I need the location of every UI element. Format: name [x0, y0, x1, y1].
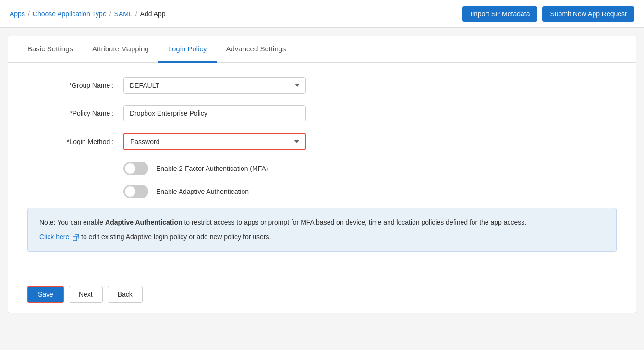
form-area: *Group Name : DEFAULT Group A Group B *P…: [8, 63, 636, 276]
login-method-label: *Login Method :: [27, 138, 123, 145]
policy-name-input[interactable]: [123, 105, 306, 121]
adaptive-toggle-row: Enable Adaptive Authentication: [27, 185, 617, 198]
breadcrumb-current: Add App: [140, 10, 166, 18]
adaptive-label: Enable Adaptive Authentication: [156, 188, 249, 195]
mfa-toggle[interactable]: [123, 162, 148, 175]
breadcrumb-sep-3: /: [135, 10, 137, 18]
info-note-suffix: to restrict access to apps or prompt for…: [182, 218, 527, 226]
mfa-label: Enable 2-Factor Authentication (MFA): [156, 165, 268, 172]
login-method-select[interactable]: Password Passwordless SSO: [123, 133, 306, 150]
click-here-link[interactable]: Click here: [39, 233, 69, 241]
info-note-text: Note: You can enable: [39, 218, 105, 226]
group-name-label: *Group Name :: [27, 82, 123, 89]
save-button[interactable]: Save: [27, 286, 64, 303]
submit-new-app-request-button[interactable]: Submit New App Request: [542, 6, 634, 22]
info-note: Note: You can enable Adaptive Authentica…: [39, 217, 605, 228]
tab-attribute-mapping[interactable]: Attribute Mapping: [83, 36, 158, 63]
breadcrumb: Apps / Choose Application Type / SAML / …: [10, 10, 166, 18]
top-bar: Apps / Choose Application Type / SAML / …: [0, 0, 644, 28]
group-name-select[interactable]: DEFAULT Group A Group B: [123, 77, 306, 94]
adaptive-toggle-slider: [123, 185, 148, 198]
back-button[interactable]: Back: [108, 286, 143, 303]
mfa-toggle-slider: [123, 162, 148, 175]
next-button[interactable]: Next: [69, 286, 103, 303]
info-link-suffix: to edit existing Adaptive login policy o…: [81, 233, 271, 241]
info-box: Note: You can enable Adaptive Authentica…: [27, 208, 617, 252]
external-link-icon: [73, 234, 79, 241]
breadcrumb-choose[interactable]: Choose Application Type: [33, 10, 107, 18]
breadcrumb-sep-1: /: [28, 10, 30, 18]
info-link-line: Click here to edit existing Adaptive log…: [39, 231, 605, 242]
breadcrumb-apps[interactable]: Apps: [10, 10, 25, 18]
mfa-toggle-row: Enable 2-Factor Authentication (MFA): [27, 162, 617, 175]
tab-basic-settings[interactable]: Basic Settings: [18, 36, 83, 63]
policy-name-label: *Policy Name :: [27, 109, 123, 117]
breadcrumb-sep-2: /: [109, 10, 111, 18]
login-method-row: *Login Method : Password Passwordless SS…: [27, 133, 617, 150]
info-bold-text: Adaptive Authentication: [105, 218, 182, 226]
adaptive-toggle[interactable]: [123, 185, 148, 198]
import-sp-metadata-button[interactable]: Import SP Metadata: [462, 6, 537, 22]
footer-buttons: Save Next Back: [8, 276, 636, 313]
breadcrumb-saml[interactable]: SAML: [114, 10, 133, 18]
tab-advanced-settings[interactable]: Advanced Settings: [217, 36, 296, 63]
main-content: Basic Settings Attribute Mapping Login P…: [8, 36, 636, 313]
group-name-row: *Group Name : DEFAULT Group A Group B: [27, 77, 617, 94]
tabs: Basic Settings Attribute Mapping Login P…: [8, 36, 636, 63]
top-buttons: Import SP Metadata Submit New App Reques…: [462, 6, 634, 22]
policy-name-row: *Policy Name :: [27, 105, 617, 121]
tab-login-policy[interactable]: Login Policy: [158, 36, 217, 63]
